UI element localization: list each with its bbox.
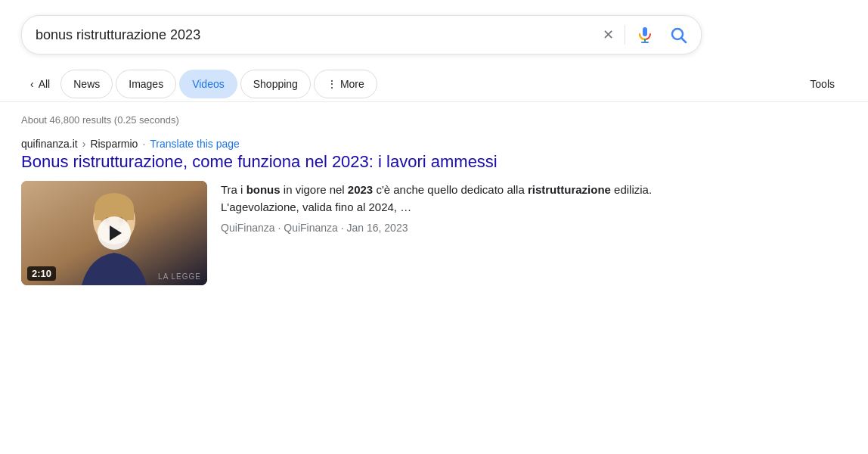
- results-info: About 46,800 results (0.25 seconds): [0, 102, 868, 132]
- tab-videos-label: Videos: [192, 78, 225, 90]
- result-body: 2:10 LA LEGGE Tra i bonus in vigore nel …: [21, 181, 659, 285]
- tab-videos[interactable]: Videos: [179, 70, 237, 98]
- play-triangle-icon: [110, 225, 122, 241]
- result-dot-separator: ·: [142, 138, 145, 150]
- search-button[interactable]: [669, 26, 687, 44]
- video-watermark: LA LEGGE: [158, 272, 201, 281]
- video-thumbnail[interactable]: 2:10 LA LEGGE: [21, 181, 207, 285]
- chevron-left-icon: ‹: [30, 78, 34, 90]
- tab-images[interactable]: Images: [116, 70, 176, 98]
- tabs-bar: ‹ All News Images Videos Shopping ⋮ More…: [0, 67, 868, 102]
- tab-all-label: All: [39, 78, 51, 90]
- result-meta: QuiFinanza · QuiFinanza · Jan 16, 2023: [221, 222, 659, 234]
- svg-line-4: [682, 39, 687, 43]
- result-breadcrumb-separator: ›: [82, 138, 86, 150]
- snippet-text: Tra i bonus in vigore nel 2023 c'è anche…: [221, 181, 659, 216]
- search-icons: ✕: [603, 25, 687, 45]
- tab-images-label: Images: [129, 78, 163, 90]
- microphone-icon[interactable]: [636, 26, 654, 44]
- tab-shopping-label: Shopping: [253, 78, 298, 90]
- translate-link[interactable]: Translate this page: [150, 138, 240, 150]
- tab-more[interactable]: ⋮ More: [314, 70, 377, 98]
- search-bar-container: bonus ristrutturazione 2023 ✕: [0, 0, 868, 67]
- svg-rect-0: [643, 27, 647, 36]
- result-breadcrumb: Risparmio: [90, 138, 138, 150]
- play-button[interactable]: [98, 216, 131, 250]
- results-count: About 46,800 results (0.25 seconds): [21, 114, 179, 126]
- tab-news-label: News: [73, 78, 100, 90]
- tab-shopping[interactable]: Shopping: [240, 70, 311, 98]
- divider: [625, 25, 625, 45]
- tools-button[interactable]: Tools: [798, 70, 847, 98]
- result-snippet: Tra i bonus in vigore nel 2023 c'è anche…: [221, 181, 659, 235]
- result-site: quifinanza.it: [21, 138, 78, 150]
- tab-news[interactable]: News: [60, 70, 113, 98]
- search-input[interactable]: bonus ristrutturazione 2023: [36, 27, 603, 43]
- result-item: quifinanza.it › Risparmio · Translate th…: [0, 132, 680, 297]
- search-bar: bonus ristrutturazione 2023 ✕: [21, 15, 702, 54]
- clear-icon[interactable]: ✕: [603, 26, 614, 43]
- video-duration: 2:10: [27, 266, 56, 281]
- result-source: quifinanza.it › Risparmio · Translate th…: [21, 138, 659, 150]
- tab-all[interactable]: ‹ All: [21, 70, 59, 98]
- result-title[interactable]: Bonus ristrutturazione, come funziona ne…: [21, 151, 659, 173]
- dots-icon: ⋮: [327, 78, 337, 90]
- tab-more-label: More: [340, 78, 364, 90]
